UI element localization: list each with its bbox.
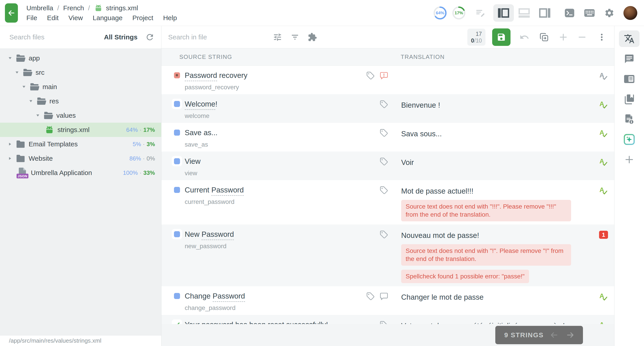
tag-icon[interactable] — [380, 186, 388, 194]
spellcheck-ok-icon[interactable]: A — [598, 100, 608, 109]
translation-cell[interactable]: Mot de passe actuel!!!Source text does n… — [401, 180, 593, 224]
approved-progress-ring[interactable]: 17% — [452, 6, 466, 20]
caret-down-icon[interactable] — [15, 71, 21, 75]
caret-right-icon[interactable] — [8, 142, 14, 146]
glossary-term[interactable]: Password — [202, 230, 234, 240]
advanced-filter-icon[interactable] — [273, 33, 282, 42]
tree-item-app[interactable]: app — [0, 51, 161, 65]
filter-icon[interactable] — [290, 33, 300, 42]
spellcheck-ok-icon[interactable]: A — [598, 320, 608, 324]
glossary-term[interactable]: Password — [213, 292, 245, 302]
string-row-view[interactable]: ViewviewVoirA — [162, 152, 614, 180]
caret-down-icon[interactable] — [36, 114, 42, 118]
translation-cell[interactable]: Votre mot de passe a été réinitialisé av… — [401, 315, 593, 324]
tag-icon[interactable] — [380, 321, 388, 324]
menu-language[interactable]: Language — [93, 14, 122, 22]
remove-string-icon[interactable] — [578, 33, 586, 42]
string-row-new_password[interactable]: New Passwordnew_passwordNouveau mot de p… — [162, 224, 614, 286]
translation-cell[interactable] — [401, 66, 593, 94]
tag-icon[interactable] — [366, 292, 375, 300]
glossary-term[interactable]: password — [202, 320, 233, 324]
tree-item-strings-xml[interactable]: strings.xml64%·17% — [0, 123, 161, 137]
tag-icon[interactable] — [366, 71, 375, 80]
dictionary-panel-tab[interactable] — [619, 71, 640, 87]
tag-icon[interactable] — [380, 100, 388, 109]
translation-cell[interactable]: Nouveau mot de passe!Source text does no… — [401, 224, 593, 286]
back-button[interactable] — [5, 3, 18, 23]
duplicate-string-icon[interactable] — [539, 32, 549, 42]
undo-icon[interactable] — [520, 32, 529, 42]
menu-view[interactable]: View — [68, 14, 83, 22]
edit-list-icon[interactable] — [476, 8, 486, 18]
issue-comment-icon[interactable] — [380, 71, 388, 80]
menu-project[interactable]: Project — [132, 14, 153, 22]
spellcheck-ok-icon[interactable]: A — [598, 292, 608, 301]
spellcheck-ok-icon[interactable]: A — [598, 157, 608, 167]
tag-icon[interactable] — [380, 157, 388, 166]
breadcrumb-project[interactable]: Umbrella — [26, 4, 53, 12]
add-string-icon[interactable] — [559, 33, 568, 42]
tree-item-website[interactable]: Website86%·0% — [0, 151, 161, 166]
translated-progress-ring[interactable]: 64% — [433, 6, 447, 20]
spellcheck-ok-icon[interactable]: A — [598, 186, 608, 195]
translation-cell[interactable]: Sava sous... — [401, 123, 593, 152]
keyboard-icon[interactable] — [584, 9, 595, 17]
tree-item-src[interactable]: src — [0, 65, 161, 80]
translation-cell[interactable]: Voir — [401, 152, 593, 180]
glossary-term[interactable]: Welcome — [185, 100, 215, 110]
menu-file[interactable]: File — [26, 14, 37, 22]
spellcheck-icon[interactable]: A — [598, 71, 608, 81]
plugins-puzzle-icon[interactable] — [308, 33, 317, 42]
glossary-term[interactable]: Password — [185, 71, 217, 81]
terminal-icon[interactable] — [564, 8, 575, 18]
ai-assistant-panel-tab[interactable] — [619, 131, 640, 148]
string-row-current_password[interactable]: Current Passwordcurrent_passwordMot de p… — [162, 180, 614, 224]
string-info-panel-tab[interactable] — [619, 111, 640, 128]
tree-item-main[interactable]: main — [0, 80, 161, 94]
translation-panel-tab[interactable] — [619, 31, 640, 47]
search-files-input[interactable] — [9, 33, 104, 41]
menu-help[interactable]: Help — [163, 14, 177, 22]
caret-right-icon[interactable] — [8, 156, 14, 160]
all-strings-button[interactable]: All Strings — [104, 33, 138, 41]
user-avatar[interactable] — [624, 6, 637, 20]
layout-right-panel-button[interactable] — [534, 4, 555, 22]
layout-top-bottom-button[interactable] — [514, 4, 534, 22]
translation-cell[interactable]: Bienvenue ! — [401, 94, 593, 123]
string-row-change_password[interactable]: Change Passwordchange_passwordChanger le… — [162, 286, 614, 315]
string-row-save_as[interactable]: Save as...save_asSava sous...A — [162, 123, 614, 152]
more-options-kebab-icon[interactable] — [597, 33, 606, 42]
translation-cell[interactable]: Changer le mot de passe — [401, 286, 593, 315]
settings-gear-icon[interactable] — [604, 8, 614, 18]
tree-item-email-templates[interactable]: Email Templates5%·3% — [0, 137, 161, 151]
prev-page-icon[interactable] — [550, 331, 558, 339]
refresh-icon[interactable] — [145, 33, 154, 42]
android-file-icon — [44, 126, 54, 134]
caret-down-icon[interactable] — [22, 85, 28, 89]
comments-panel-tab[interactable] — [619, 51, 640, 67]
menu-edit[interactable]: Edit — [47, 14, 58, 22]
glossary-term[interactable]: reset — [268, 320, 284, 324]
string-row-welcome[interactable]: Welcome!welcomeBienvenue !A — [162, 94, 614, 123]
source-column-header: SOURCE STRING — [162, 54, 401, 61]
string-row-password_recovery[interactable]: Password recoverypassword_recoveryA — [162, 66, 614, 94]
caret-down-icon[interactable] — [8, 56, 14, 60]
add-panel-icon[interactable] — [619, 151, 640, 168]
tree-item-values[interactable]: values — [0, 108, 161, 123]
tree-item-res[interactable]: res — [0, 94, 161, 108]
breadcrumb-language[interactable]: French — [63, 4, 84, 12]
save-button[interactable] — [492, 29, 510, 46]
spellcheck-ok-icon[interactable]: A — [598, 128, 608, 138]
tree-item-umbrella-application[interactable]: JSONUmbrella Application100%·33% — [0, 166, 161, 180]
search-in-file-input[interactable] — [168, 33, 265, 41]
layout-side-by-side-button[interactable] — [493, 4, 514, 22]
tag-icon[interactable] — [380, 129, 388, 137]
breadcrumb: Umbrella / French / strings.xml — [26, 4, 177, 12]
comment-icon[interactable] — [380, 292, 388, 300]
caret-down-icon[interactable] — [29, 99, 35, 103]
next-page-icon[interactable] — [566, 331, 575, 339]
string-row-password_reset_success[interactable]: Your password has been reset successfull… — [162, 315, 614, 324]
glossary-term[interactable]: Password — [211, 186, 244, 196]
glossary-panel-tab[interactable] — [619, 91, 640, 107]
tag-icon[interactable] — [380, 230, 388, 239]
